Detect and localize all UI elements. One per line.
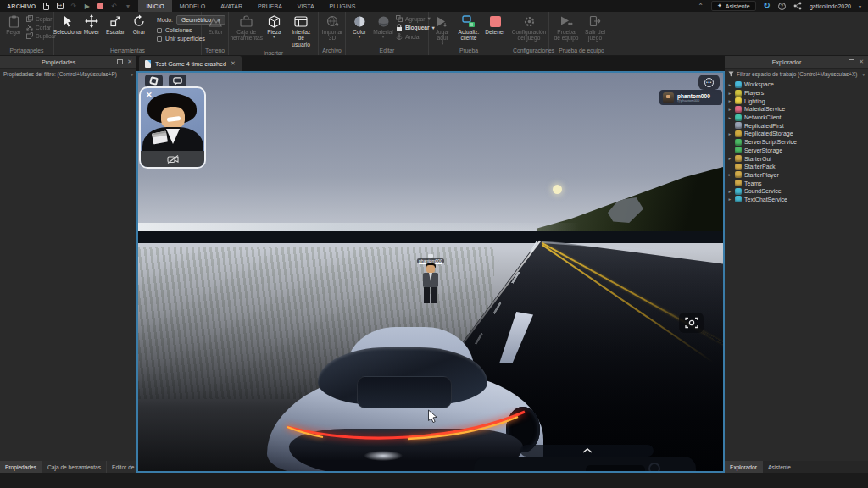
close-icon[interactable]: ✕ bbox=[146, 91, 153, 99]
redo-icon[interactable]: ↷ bbox=[70, 3, 77, 10]
tab-caja-de-herramientas[interactable]: Caja de herramientas bbox=[42, 461, 107, 473]
document-tab-label: Test Game 4 time crashed bbox=[155, 60, 226, 68]
roblox-menu-button[interactable] bbox=[145, 75, 163, 87]
scale-tool-button[interactable]: Escalar bbox=[104, 14, 126, 36]
expand-arrow-icon[interactable]: ▸ bbox=[727, 115, 732, 120]
duplicate-button[interactable]: Duplicar bbox=[26, 32, 56, 39]
explorer-item[interactable]: StarterPack bbox=[725, 163, 868, 171]
material-sphere-icon bbox=[377, 14, 390, 28]
game-viewport[interactable]: phantom000 bbox=[136, 71, 725, 473]
update-client-button[interactable]: Actualiz. cliente bbox=[455, 14, 482, 42]
expand-arrow-icon[interactable]: ▸ bbox=[727, 131, 732, 136]
stop-icon[interactable] bbox=[97, 3, 104, 10]
menu-archivo[interactable]: ARCHIVO bbox=[0, 3, 42, 9]
tab-modelo[interactable]: MODELO bbox=[172, 0, 213, 12]
explorer-item[interactable]: ▸TextChatService bbox=[725, 196, 868, 204]
screenshot-button[interactable] bbox=[679, 313, 704, 333]
explorer-panel: Explorador ✕ Filtrar espacio de trabajo … bbox=[725, 56, 868, 473]
tab-vista[interactable]: VISTA bbox=[290, 0, 322, 12]
duplicate-icon bbox=[26, 32, 33, 39]
tab-propiedades[interactable]: Propiedades bbox=[0, 461, 42, 473]
tab-asistente[interactable]: Asistente bbox=[763, 461, 796, 473]
import-3d-button[interactable]: Importar 3D bbox=[321, 14, 343, 42]
expand-arrow-icon[interactable]: ▸ bbox=[727, 197, 732, 202]
open-file-icon[interactable] bbox=[56, 3, 64, 10]
team-test-button[interactable]: Prueba de equipo bbox=[552, 14, 581, 42]
expand-arrow-icon[interactable]: ▸ bbox=[727, 189, 732, 194]
expand-arrow-icon[interactable]: ▸ bbox=[727, 98, 732, 103]
rotate-tool-button[interactable]: Girar bbox=[128, 14, 150, 36]
tab-avatar[interactable]: AVATAR bbox=[213, 0, 250, 12]
explorer-item[interactable]: ▸StarterGui bbox=[725, 154, 868, 163]
part-button[interactable]: Pieza ▾ bbox=[263, 14, 285, 39]
terrain-editor-button[interactable]: Editor bbox=[204, 14, 226, 36]
color-button[interactable]: Color ▾ bbox=[348, 14, 370, 39]
username[interactable]: gaticolindo2020 bbox=[810, 3, 851, 9]
player-list-entry[interactable]: phantom000 @phantom000 bbox=[659, 90, 722, 105]
help-icon[interactable]: ? bbox=[778, 3, 786, 10]
explorer-item[interactable]: ▸NetworkClient bbox=[725, 114, 868, 122]
close-icon[interactable]: ✕ bbox=[127, 58, 132, 65]
more-options-button[interactable]: ••• bbox=[698, 75, 720, 90]
assistant-button[interactable]: ✦ Asistente bbox=[711, 1, 756, 11]
explorer-item[interactable]: ▸ReplicatedStorage bbox=[725, 130, 868, 138]
starter-gui-icon bbox=[735, 155, 742, 162]
material-button[interactable]: Material ▾ bbox=[372, 14, 394, 39]
group-button[interactable]: Agrupar ▾ bbox=[396, 15, 435, 22]
expand-hud-button[interactable] bbox=[520, 445, 654, 457]
sync-icon[interactable]: ↻ bbox=[764, 3, 771, 9]
tab-explorador[interactable]: Explorador bbox=[725, 461, 763, 473]
explorer-item[interactable]: ▸StarterPlayer bbox=[725, 171, 868, 180]
camera-toggle-button[interactable] bbox=[141, 151, 204, 167]
explorer-filter[interactable]: Filtrar espacio de trabajo (Control+Mayú… bbox=[725, 69, 868, 80]
expand-arrow-icon[interactable]: ▸ bbox=[727, 172, 732, 177]
new-file-icon[interactable] bbox=[42, 3, 50, 10]
explorer-item[interactable]: ReplicatedFirst bbox=[725, 121, 868, 130]
paste-button[interactable]: Pegar bbox=[3, 14, 25, 36]
expand-arrow-icon[interactable]: ▸ bbox=[727, 156, 732, 161]
expand-arrow-icon[interactable]: ▸ bbox=[727, 107, 732, 112]
undo-icon[interactable]: ↶ bbox=[110, 3, 118, 10]
explorer-item[interactable]: ▸SoundService bbox=[725, 187, 868, 196]
select-tool-button[interactable]: Seleccionar bbox=[57, 14, 79, 36]
explorer-item[interactable]: Teams bbox=[725, 179, 868, 187]
close-icon[interactable]: ✕ bbox=[859, 58, 864, 65]
move-tool-button[interactable]: Mover bbox=[81, 14, 103, 36]
explorer-item[interactable]: ServerStorage bbox=[725, 147, 868, 155]
tab-inicio[interactable]: INICIO bbox=[138, 0, 171, 12]
stop-button[interactable]: Detener bbox=[484, 14, 506, 36]
self-view-card[interactable]: ✕ bbox=[139, 86, 206, 169]
toolbox-button[interactable]: Caja de herramientas bbox=[231, 14, 261, 42]
explorer-item[interactable]: ▸Players bbox=[725, 89, 868, 97]
explorer-item-label: MaterialService bbox=[744, 106, 785, 112]
expand-arrow-icon[interactable]: ▸ bbox=[727, 91, 732, 96]
play-icon[interactable]: ▶ bbox=[83, 3, 91, 10]
exit-game-button[interactable]: Salir del juego bbox=[582, 14, 608, 42]
game-settings-button[interactable]: Configuración del juego bbox=[512, 14, 546, 42]
tab-plugins[interactable]: PLUGINS bbox=[322, 0, 364, 12]
ui-button[interactable]: Interfaz de usuario bbox=[287, 14, 315, 48]
explorer-item[interactable]: ▸Workspace bbox=[725, 80, 868, 89]
collapse-ribbon-icon[interactable]: ⌃ bbox=[698, 3, 704, 10]
explorer-item[interactable]: ▸Lighting bbox=[725, 97, 868, 105]
expand-arrow-icon[interactable]: ▸ bbox=[727, 82, 732, 87]
play-here-button[interactable]: Jugar aquí ▾ bbox=[431, 14, 453, 46]
anchor-button[interactable]: Anclar bbox=[396, 33, 435, 41]
dock-icon[interactable] bbox=[849, 59, 854, 64]
pin-icon[interactable]: ▾ bbox=[124, 3, 131, 10]
close-icon[interactable]: ✕ bbox=[231, 60, 236, 67]
properties-filter[interactable]: Propiedades del filtro: (Control+Mayúscu… bbox=[0, 69, 136, 80]
copy-button[interactable]: Copiar bbox=[26, 15, 56, 22]
dock-icon[interactable] bbox=[117, 59, 123, 64]
tab-prueba[interactable]: PRUEBA bbox=[250, 0, 290, 12]
group-label: Herramientas bbox=[54, 46, 201, 55]
user-caret-icon[interactable]: ▾ bbox=[859, 3, 861, 9]
import-3d-icon bbox=[326, 14, 339, 28]
explorer-item[interactable]: ▸MaterialService bbox=[725, 105, 868, 114]
filter-funnel-icon bbox=[728, 71, 734, 77]
document-tab[interactable]: Test Game 4 time crashed ✕ bbox=[139, 56, 242, 71]
cut-button[interactable]: Cortar bbox=[26, 24, 56, 30]
explorer-item[interactable]: ServerScriptService bbox=[725, 138, 868, 147]
chat-button[interactable] bbox=[169, 75, 186, 87]
share-icon[interactable] bbox=[793, 2, 802, 10]
